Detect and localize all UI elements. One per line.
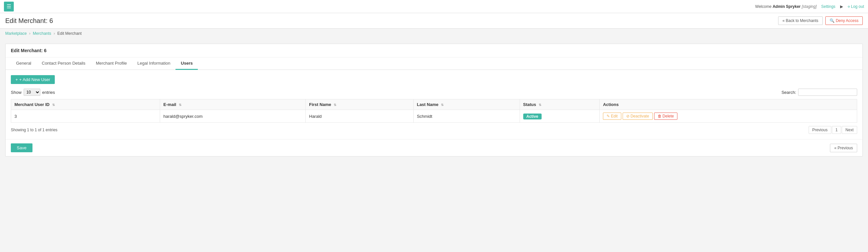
col-last-name: Last Name ⇅	[413, 99, 520, 110]
search-input[interactable]	[798, 89, 857, 96]
hamburger-icon: ☰	[6, 3, 11, 9]
cell-status: Active	[520, 110, 600, 123]
action-buttons: ✎ Edit ⊘ Deactivate 🗑 Delete	[603, 113, 854, 120]
breadcrumb-marketplace[interactable]: Marketplace	[5, 31, 27, 36]
sort-icon-firstname[interactable]: ⇅	[334, 103, 336, 107]
pagination: Previous 1 Next	[809, 126, 857, 134]
card-header: Edit Merchant: 6	[6, 44, 862, 57]
previous-button[interactable]: « Previous	[830, 144, 857, 152]
cell-actions: ✎ Edit ⊘ Deactivate 🗑 Delete	[600, 110, 857, 123]
col-status: Status ⇅	[520, 99, 600, 110]
save-button[interactable]: Save	[11, 144, 32, 152]
table-footer: Showing 1 to 1 of 1 entries Previous 1 N…	[11, 126, 857, 134]
table-body: 3 harald@spryker.com Harald Schmidt Acti…	[11, 110, 857, 123]
col-merchant-user-id: Merchant User ID ⇅	[11, 99, 160, 110]
deactivate-button[interactable]: ⊘ Deactivate	[623, 113, 653, 120]
sort-icon-email[interactable]: ⇅	[179, 103, 181, 107]
staging-label: [staging]	[802, 4, 816, 9]
logout-link[interactable]: ⎆ Log out	[848, 4, 864, 9]
breadcrumb: Marketplace › Merchants › Edit Merchant	[0, 29, 868, 38]
table-row: 3 harald@spryker.com Harald Schmidt Acti…	[11, 110, 857, 123]
tab-content-users: + + Add New User Show 10 25 50 100 entri…	[6, 70, 862, 139]
logout-icon: ⎆	[848, 4, 850, 9]
cell-merchant-user-id: 3	[11, 110, 160, 123]
delete-button[interactable]: 🗑 Delete	[654, 113, 678, 120]
cell-last-name: Schmidt	[413, 110, 520, 123]
tabs-bar: General Contact Person Details Merchant …	[6, 57, 862, 70]
tab-contact-person-details[interactable]: Contact Person Details	[36, 57, 91, 70]
main-content: Edit Merchant: 6 General Contact Person …	[0, 38, 868, 162]
delete-icon: 🗑	[658, 114, 662, 119]
col-first-name: First Name ⇅	[306, 99, 413, 110]
edit-icon: ✎	[607, 114, 610, 119]
page-header: Edit Merchant: 6 « Back to Merchants 🔍 D…	[0, 13, 868, 29]
sort-icon-lastname[interactable]: ⇅	[441, 103, 443, 107]
tab-general[interactable]: General	[11, 57, 36, 70]
edit-merchant-card: Edit Merchant: 6 General Contact Person …	[5, 44, 863, 157]
users-table: Merchant User ID ⇅ E-mail ⇅ First Name ⇅	[11, 99, 857, 123]
search-box: Search:	[781, 89, 857, 96]
breadcrumb-current: Edit Merchant	[57, 31, 82, 36]
user-name: Admin Spryker	[773, 4, 800, 9]
table-header-row: Merchant User ID ⇅ E-mail ⇅ First Name ⇅	[11, 99, 857, 110]
welcome-text: Welcome Admin Spryker [staging]	[755, 4, 816, 9]
cell-email: harald@spryker.com	[160, 110, 306, 123]
entries-select[interactable]: 10 25 50 100	[24, 89, 40, 96]
top-nav: ☰ Welcome Admin Spryker [staging] Settin…	[0, 0, 868, 13]
pagination-previous-button[interactable]: Previous	[809, 126, 831, 134]
back-to-merchants-button[interactable]: « Back to Merchants	[778, 17, 823, 25]
sort-icon-status[interactable]: ⇅	[539, 103, 541, 107]
pagination-next-button[interactable]: Next	[842, 126, 857, 134]
deny-icon: 🔍	[830, 19, 835, 23]
search-label: Search:	[781, 90, 796, 95]
table-controls: Show 10 25 50 100 entries Search:	[11, 89, 857, 96]
page-header-actions: « Back to Merchants 🔍 Deny Access	[778, 17, 863, 25]
deactivate-icon: ⊘	[626, 114, 629, 119]
add-new-user-button[interactable]: + + Add New User	[11, 75, 55, 84]
tab-users[interactable]: Users	[176, 57, 198, 70]
tab-merchant-profile[interactable]: Merchant Profile	[91, 57, 132, 70]
card-footer: Save « Previous	[6, 139, 862, 156]
deny-access-button[interactable]: 🔍 Deny Access	[825, 17, 863, 25]
show-entries: Show 10 25 50 100 entries	[11, 89, 55, 96]
page-title: Edit Merchant: 6	[5, 17, 53, 25]
plus-icon: +	[16, 77, 18, 82]
col-email: E-mail ⇅	[160, 99, 306, 110]
tab-legal-information[interactable]: Legal Information	[132, 57, 176, 70]
showing-text: Showing 1 to 1 of 1 entries	[11, 128, 57, 132]
sort-icon-id[interactable]: ⇅	[52, 103, 55, 107]
cell-first-name: Harald	[306, 110, 413, 123]
top-nav-right: Welcome Admin Spryker [staging] Settings…	[755, 4, 864, 9]
hamburger-button[interactable]: ☰	[4, 2, 14, 11]
page-number: 1	[832, 126, 841, 134]
edit-button[interactable]: ✎ Edit	[603, 113, 621, 120]
settings-link[interactable]: Settings	[821, 4, 835, 9]
status-badge: Active	[523, 114, 541, 120]
breadcrumb-merchants[interactable]: Merchants	[33, 31, 51, 36]
col-actions: Actions	[600, 99, 857, 110]
top-nav-left: ☰	[4, 2, 14, 11]
